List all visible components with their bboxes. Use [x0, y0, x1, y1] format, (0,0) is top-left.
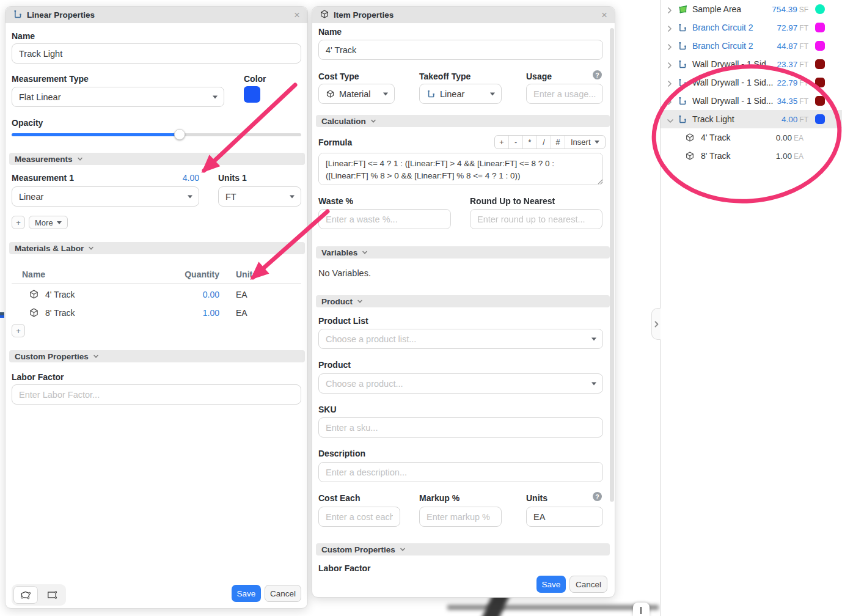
- name-input[interactable]: [12, 43, 301, 64]
- chevron-right-icon[interactable]: [667, 6, 673, 16]
- measurement-type-select[interactable]: Flat Linear: [12, 87, 224, 107]
- chevron-down-icon: [93, 353, 99, 359]
- color-swatch[interactable]: [815, 41, 825, 51]
- measurement1-select[interactable]: Linear: [12, 186, 199, 207]
- takeoff-name[interactable]: 8' Track: [701, 151, 731, 161]
- takeoff-units: FT: [799, 79, 808, 87]
- calculation-section-header[interactable]: Calculation: [316, 115, 610, 127]
- canvas-zoom-control[interactable]: [633, 603, 650, 616]
- more-button[interactable]: More: [29, 216, 68, 229]
- color-swatch[interactable]: [815, 23, 825, 32]
- multiply-operator-button[interactable]: *: [523, 136, 537, 148]
- measurements-section-header[interactable]: Measurements: [9, 153, 305, 165]
- takeoff-name[interactable]: Wall Drywall - 1 Sid...: [692, 96, 774, 106]
- takeoff-row[interactable]: Wall Drywall - 1 Sid... 23.37FT: [661, 55, 842, 73]
- takeoff-row[interactable]: Branch Circuit 2 44.87FT: [661, 37, 842, 55]
- formula-textarea[interactable]: [Linear:FT] <= 4 ? 1 : ([Linear:FT] > 4 …: [318, 153, 603, 185]
- color-swatch[interactable]: [815, 59, 825, 69]
- takeoff-child-row[interactable]: 8' Track 1.00EA: [661, 147, 842, 165]
- description-input[interactable]: [318, 462, 603, 482]
- takeoff-units: SF: [799, 6, 808, 14]
- item-name-input[interactable]: [318, 40, 603, 60]
- save-button[interactable]: Save: [536, 576, 566, 593]
- takeoff-row[interactable]: Wall Drywall - 1 Sid... 22.79FT: [661, 73, 842, 92]
- cost-each-input[interactable]: [318, 507, 400, 527]
- chevron-down-icon[interactable]: [667, 116, 674, 127]
- cost-type-select[interactable]: Material: [318, 84, 395, 104]
- takeoff-row[interactable]: Sample Area 754.39SF: [661, 0, 842, 18]
- labor-factor-input[interactable]: [12, 384, 301, 405]
- save-button[interactable]: Save: [232, 585, 261, 602]
- chevron-right-icon[interactable]: [667, 79, 673, 90]
- row-quantity[interactable]: 1.00: [164, 308, 219, 318]
- takeoff-row[interactable]: Branch Circuit 2 72.97FT: [661, 18, 842, 37]
- polygon-tool-button[interactable]: [13, 586, 38, 604]
- panel-scrollbar[interactable]: [610, 28, 614, 502]
- chevron-right-icon[interactable]: [667, 42, 673, 53]
- rectangle-tool-button[interactable]: [40, 586, 64, 604]
- hash-operator-button[interactable]: #: [551, 136, 565, 148]
- color-swatch[interactable]: [244, 86, 260, 103]
- round-up-input[interactable]: [470, 209, 602, 229]
- round-up-label: Round Up to Nearest: [470, 196, 555, 206]
- product-section-header[interactable]: Product: [316, 295, 610, 307]
- custom-properties-section-header[interactable]: Custom Properties: [316, 543, 610, 556]
- takeoff-name[interactable]: Sample Area: [692, 4, 741, 14]
- color-swatch[interactable]: [815, 96, 825, 106]
- help-icon[interactable]: ?: [593, 492, 602, 501]
- takeoff-name[interactable]: Wall Drywall - 1 Sid...: [692, 78, 774, 87]
- plus-operator-button[interactable]: +: [495, 136, 509, 148]
- takeoff-name[interactable]: Branch Circuit 2: [692, 23, 753, 32]
- cancel-button[interactable]: Cancel: [569, 576, 607, 593]
- chevron-right-icon[interactable]: [667, 97, 673, 108]
- color-swatch[interactable]: [815, 114, 825, 124]
- row-quantity[interactable]: 0.00: [164, 290, 219, 299]
- divide-operator-button[interactable]: /: [537, 136, 551, 148]
- color-swatch[interactable]: [815, 4, 825, 14]
- minus-operator-button[interactable]: -: [509, 136, 523, 148]
- chevron-right-icon[interactable]: [667, 24, 673, 35]
- takeoff-row[interactable]: Wall Drywall - 1 Sid... 34.35FT: [661, 92, 842, 110]
- chevron-right-icon[interactable]: [667, 61, 673, 72]
- color-swatch[interactable]: [815, 78, 825, 87]
- takeoff-name[interactable]: 4' Track: [701, 133, 731, 142]
- panel-collapse-handle[interactable]: [651, 308, 661, 340]
- takeoff-value: 44.87: [777, 42, 798, 51]
- waste-input[interactable]: [318, 209, 451, 229]
- takeoff-name[interactable]: Branch Circuit 2: [692, 41, 753, 51]
- product-list-select[interactable]: Choose a product list...: [318, 329, 603, 349]
- opacity-slider-thumb[interactable]: [174, 129, 185, 140]
- opacity-slider[interactable]: [12, 133, 301, 136]
- linear-panel-header[interactable]: Linear Properties ×: [5, 7, 307, 23]
- product-select[interactable]: Choose a product...: [318, 373, 603, 394]
- add-row-button[interactable]: +: [12, 324, 25, 337]
- takeoff-type-value: Linear: [440, 89, 464, 99]
- takeoff-row-selected[interactable]: Track Light 4.00FT: [661, 110, 842, 128]
- add-measurement-button[interactable]: +: [12, 216, 25, 229]
- takeoff-type-select[interactable]: Linear: [419, 84, 502, 104]
- resize-grip-icon[interactable]: [598, 179, 603, 185]
- takeoff-name[interactable]: Track Light: [692, 114, 734, 124]
- help-icon[interactable]: ?: [593, 70, 602, 79]
- markup-input[interactable]: [419, 507, 502, 527]
- row-name: 4' Track: [45, 290, 75, 299]
- takeoff-child-row[interactable]: 4' Track 0.00EA: [661, 128, 842, 147]
- usage-input[interactable]: [526, 84, 603, 104]
- insert-button[interactable]: Insert: [565, 136, 605, 148]
- cancel-button[interactable]: Cancel: [265, 585, 301, 602]
- item-panel-header[interactable]: Item Properties ×: [312, 7, 615, 23]
- custom-properties-section-header[interactable]: Custom Properties: [9, 350, 305, 362]
- materials-labor-section-header[interactable]: Materials & Labor: [9, 242, 305, 254]
- takeoff-units: EA: [794, 152, 804, 161]
- close-icon[interactable]: ×: [294, 10, 300, 20]
- sku-input[interactable]: [318, 417, 603, 438]
- units1-select[interactable]: FT: [218, 186, 301, 207]
- units-label: Units: [526, 493, 547, 503]
- linear-icon: [678, 78, 687, 90]
- takeoff-name[interactable]: Wall Drywall - 1 Sid...: [692, 59, 774, 69]
- close-icon[interactable]: ×: [601, 10, 607, 20]
- table-header-name: Name: [22, 270, 45, 279]
- units-input[interactable]: [526, 507, 603, 527]
- section-title: Custom Properties: [321, 545, 395, 554]
- variables-section-header[interactable]: Variables: [316, 246, 610, 258]
